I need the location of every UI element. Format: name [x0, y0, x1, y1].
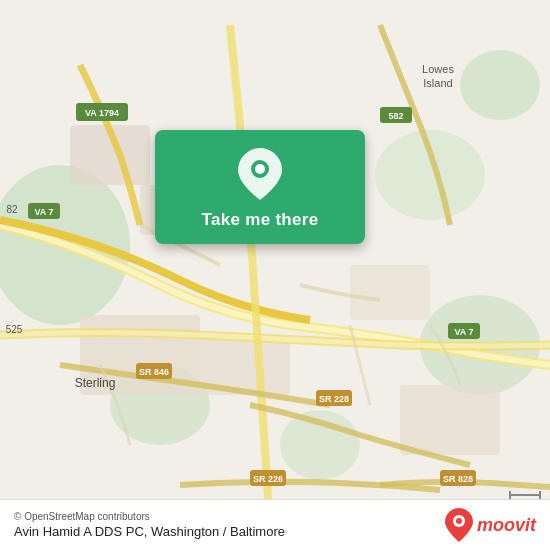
svg-point-40 — [456, 518, 462, 524]
svg-text:82: 82 — [6, 204, 18, 215]
svg-text:SR 846: SR 846 — [139, 367, 169, 377]
bottom-bar: © OpenStreetMap contributors Avin Hamid … — [0, 499, 550, 550]
bottom-left-info: © OpenStreetMap contributors Avin Hamid … — [14, 511, 285, 539]
svg-point-38 — [255, 164, 265, 174]
moovit-logo: moovit — [445, 508, 536, 542]
svg-text:SR 226: SR 226 — [253, 474, 283, 484]
moovit-text: moovit — [477, 515, 536, 536]
svg-text:525: 525 — [6, 324, 23, 335]
svg-text:SR 828: SR 828 — [443, 474, 473, 484]
take-me-there-button[interactable]: Take me there — [155, 130, 365, 244]
svg-text:SR 228: SR 228 — [319, 394, 349, 404]
button-label-text: Take me there — [202, 210, 319, 230]
moovit-pin-icon — [445, 508, 473, 542]
map-container: VA 1794 VA 7 582 VA 7 SR 846 SR 228 SR 2… — [0, 0, 550, 550]
location-pin-icon — [238, 148, 282, 200]
svg-text:VA 7: VA 7 — [454, 327, 473, 337]
svg-point-6 — [460, 50, 540, 120]
osm-attribution: © OpenStreetMap contributors — [14, 511, 285, 522]
svg-text:VA 1794: VA 1794 — [85, 108, 119, 118]
svg-text:Sterling: Sterling — [75, 376, 116, 390]
svg-rect-9 — [350, 265, 430, 320]
svg-text:VA 7: VA 7 — [34, 207, 53, 217]
svg-text:582: 582 — [388, 111, 403, 121]
svg-rect-11 — [400, 385, 500, 455]
place-name: Avin Hamid A DDS PC, Washington / Baltim… — [14, 524, 285, 539]
map-svg: VA 1794 VA 7 582 VA 7 SR 846 SR 228 SR 2… — [0, 0, 550, 550]
svg-text:Island: Island — [423, 77, 452, 89]
svg-text:Lowes: Lowes — [422, 63, 454, 75]
